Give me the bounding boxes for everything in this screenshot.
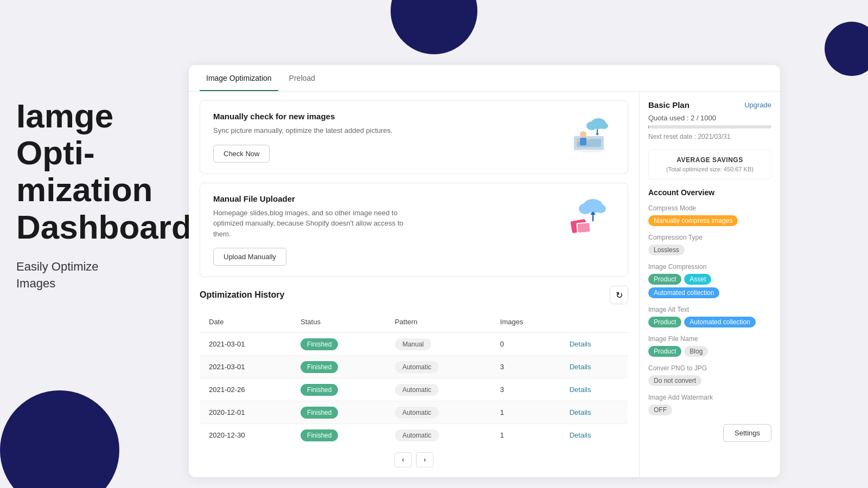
cell-images: 1 xyxy=(492,401,561,424)
status-badge: Finished xyxy=(301,361,338,373)
pagination: ‹ › xyxy=(200,447,628,467)
right-sidebar: Basic Plan Upgrade Quota used : 2 / 1000… xyxy=(639,92,780,477)
cell-details[interactable]: Details xyxy=(561,424,628,447)
tag-manually-compress: Manually compress images xyxy=(648,215,738,226)
svg-rect-19 xyxy=(577,223,590,233)
quota-text: Quota used : 2 / 1000 xyxy=(648,114,771,122)
image-file-name-row: Image File Name Product Blog xyxy=(648,335,771,357)
cell-status: Finished xyxy=(292,401,386,424)
svg-point-8 xyxy=(580,131,586,138)
table-row: 2021-03-01 Finished Automatic 3 Details xyxy=(200,356,628,378)
cell-date: 2020-12-01 xyxy=(200,401,292,424)
cell-pattern: Automatic xyxy=(386,356,492,378)
cell-details[interactable]: Details xyxy=(561,333,628,356)
col-action xyxy=(561,311,628,333)
tag-watermark-off: OFF xyxy=(648,404,672,415)
cell-date: 2020-12-30 xyxy=(200,424,292,447)
image-alt-text-tags: Product Automated collection xyxy=(648,317,771,328)
cell-images: 1 xyxy=(492,424,561,447)
refresh-button[interactable]: ↻ xyxy=(610,286,628,304)
savings-box: AVERAGE SAVINGS (Total optimized size: 4… xyxy=(648,149,771,179)
settings-button[interactable]: Settings xyxy=(723,424,771,442)
table-header-row: Date Status Pattern Images xyxy=(200,311,628,333)
compress-mode-tags: Manually compress images xyxy=(648,215,771,226)
cell-images: 0 xyxy=(492,333,561,356)
convert-png-row: Conver PNG to JPG Do not convert xyxy=(648,364,771,386)
subtitle-line1: Easily Optimize xyxy=(16,260,99,273)
cell-details[interactable]: Details xyxy=(561,378,628,401)
main-title-line2: mization xyxy=(16,171,152,208)
upload-section-desc: Homepage slides,blog images, and so othe… xyxy=(213,208,419,240)
compression-type-label: Compression Type xyxy=(648,234,771,241)
tag-asset-compression: Asset xyxy=(684,274,711,285)
tab-image-optimization[interactable]: Image Optimization xyxy=(200,65,278,91)
refresh-icon: ↻ xyxy=(616,290,623,300)
upgrade-link[interactable]: Upgrade xyxy=(744,101,771,109)
cell-pattern: Automatic xyxy=(386,378,492,401)
tag-automated-collection-compression: Automated collection xyxy=(648,287,719,298)
account-overview-title: Account Overview xyxy=(648,188,771,197)
svg-point-4 xyxy=(586,121,597,130)
left-content: Manually check for new images Sync pictu… xyxy=(189,92,639,477)
subtitle-line2: Images xyxy=(16,277,55,290)
cell-status: Finished xyxy=(292,424,386,447)
details-link[interactable]: Details xyxy=(570,386,591,394)
cell-status: Finished xyxy=(292,378,386,401)
history-title: Optimization History xyxy=(200,290,284,300)
pattern-badge: Automatic xyxy=(395,361,439,373)
tabs-bar: Image Optimization Preload xyxy=(189,65,780,92)
tag-automated-collection-alt: Automated collection xyxy=(684,317,755,328)
watermark-label: Image Add Watermark xyxy=(648,394,771,401)
cell-details[interactable]: Details xyxy=(561,401,628,424)
tag-lossless: Lossless xyxy=(648,245,685,255)
details-link[interactable]: Details xyxy=(570,340,591,348)
main-card: Image Optimization Preload Manually chec… xyxy=(189,65,780,477)
tag-blog-filename: Blog xyxy=(684,346,708,357)
cell-details[interactable]: Details xyxy=(561,356,628,378)
convert-png-tags: Do not convert xyxy=(648,375,771,386)
history-section: Optimization History ↻ Date Status Patte… xyxy=(200,286,628,467)
cell-pattern: Automatic xyxy=(386,401,492,424)
image-file-name-tags: Product Blog xyxy=(648,346,771,357)
savings-subtitle: (Total optimized size: 450.67 KB) xyxy=(655,166,764,172)
svg-point-5 xyxy=(599,123,608,129)
convert-png-label: Conver PNG to JPG xyxy=(648,364,771,372)
account-overview: Account Overview Compress Mode Manually … xyxy=(648,188,771,415)
upload-section: Manual File Uploader Homepage slides,blo… xyxy=(200,183,628,278)
details-link[interactable]: Details xyxy=(570,431,591,439)
cell-date: 2021-03-01 xyxy=(200,333,292,356)
image-alt-text-row: Image Alt Text Product Automated collect… xyxy=(648,306,771,328)
details-link[interactable]: Details xyxy=(570,363,591,371)
col-pattern: Pattern xyxy=(386,311,492,333)
plan-header: Basic Plan Upgrade xyxy=(648,100,771,110)
check-section-text: Manually check for new images Sync pictu… xyxy=(213,112,557,163)
cell-images: 3 xyxy=(492,378,561,401)
page-next[interactable]: › xyxy=(416,452,433,467)
tab-preload[interactable]: Preload xyxy=(283,65,322,91)
check-now-button[interactable]: Check Now xyxy=(213,145,270,163)
tag-do-not-convert: Do not convert xyxy=(648,375,701,386)
cell-date: 2021-02-26 xyxy=(200,378,292,401)
history-header: Optimization History ↻ xyxy=(200,286,628,304)
upload-manually-button[interactable]: Upload Manually xyxy=(213,248,286,266)
image-compression-label: Image Compression xyxy=(648,263,771,271)
quota-bar xyxy=(648,125,771,129)
status-badge: Finished xyxy=(301,384,338,396)
compress-mode-label: Compress Mode xyxy=(648,204,771,212)
cell-date: 2021-03-01 xyxy=(200,356,292,378)
image-file-name-label: Image File Name xyxy=(648,335,771,343)
cell-status: Finished xyxy=(292,356,386,378)
settings-btn-row: Settings xyxy=(648,424,771,442)
cell-pattern: Manual xyxy=(386,333,492,356)
image-compression-tags: Product Asset Automated collection xyxy=(648,274,771,298)
status-badge: Finished xyxy=(301,429,338,441)
tag-product-filename: Product xyxy=(648,346,681,357)
subtitle: Easily Optimize Images xyxy=(16,259,184,292)
compress-mode-row: Compress Mode Manually compress images xyxy=(648,204,771,226)
compression-type-tags: Lossless xyxy=(648,245,771,255)
tag-product-alt: Product xyxy=(648,317,681,328)
page-prev[interactable]: ‹ xyxy=(394,452,412,467)
upload-illustration xyxy=(566,194,615,237)
cell-pattern: Automatic xyxy=(386,424,492,447)
details-link[interactable]: Details xyxy=(570,408,591,416)
